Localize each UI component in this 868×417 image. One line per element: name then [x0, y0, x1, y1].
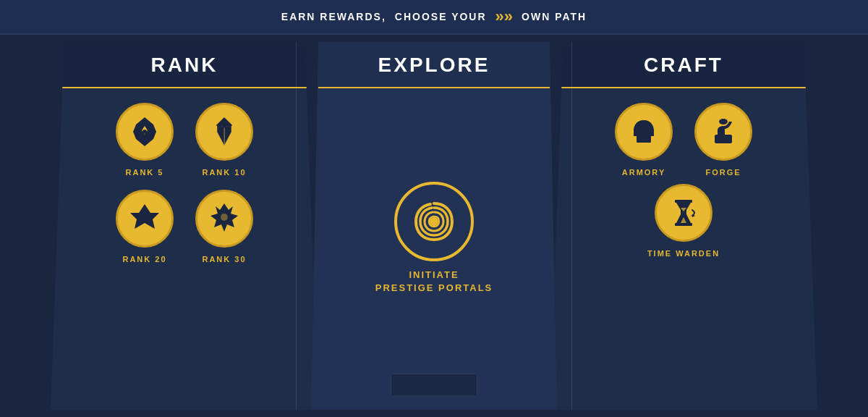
rank10-label: RANK 10: [202, 168, 246, 177]
craft-panel-header: CRAFT: [557, 42, 810, 88]
craft-content: ARMORY FORGE: [557, 103, 810, 258]
svg-rect-8: [638, 136, 650, 139]
svg-point-6: [221, 214, 228, 221]
rank-icon-grid: RANK 5 RANK 10: [101, 103, 268, 264]
forge-item[interactable]: FORGE: [694, 103, 752, 177]
rank30-circle: [195, 190, 253, 248]
prestige-portal-circle: [394, 182, 474, 261]
rank10-icon: [207, 114, 242, 149]
rank20-icon: [127, 201, 162, 236]
rank-panel: RANK RANK 5: [51, 42, 318, 410]
rank5-icon: [127, 114, 162, 149]
rank20-circle: [116, 190, 174, 248]
explore-panel-title: EXPLORE: [378, 54, 490, 76]
forge-label: FORGE: [705, 168, 741, 177]
svg-rect-9: [634, 130, 637, 136]
craft-row-1: ARMORY FORGE: [615, 103, 752, 177]
rank30-icon: [207, 201, 242, 236]
svg-rect-14: [675, 200, 692, 203]
rank30-item[interactable]: RANK 30: [195, 190, 253, 264]
craft-panel: CRAFT ARMORY: [550, 42, 817, 410]
svg-rect-12: [715, 135, 732, 143]
banner-text3: OWN PATH: [522, 11, 587, 22]
armory-circle: [615, 103, 673, 161]
main-content: RANK RANK 5: [0, 35, 868, 417]
armory-label: ARMORY: [622, 168, 665, 177]
armory-icon: [626, 114, 661, 149]
rank10-item[interactable]: RANK 10: [195, 103, 253, 177]
banner-text1: EARN REWARDS,: [281, 11, 386, 22]
prestige-portal-label: INITIATE PRESTIGE PORTALS: [375, 269, 493, 295]
svg-rect-10: [651, 130, 654, 136]
rank30-label: RANK 30: [202, 255, 246, 264]
rank-panel-title: RANK: [151, 54, 218, 76]
forge-circle: [694, 103, 752, 161]
prestige-portal-item[interactable]: INITIATE PRESTIGE PORTALS: [375, 182, 493, 295]
prestige-portal-icon: [409, 196, 459, 247]
rank5-circle: [116, 103, 174, 161]
rank20-item[interactable]: RANK 20: [116, 190, 174, 264]
explore-panel-header: EXPLORE: [318, 42, 550, 88]
explore-content: INITIATE PRESTIGE PORTALS: [375, 103, 493, 374]
armory-item[interactable]: ARMORY: [615, 103, 673, 177]
craft-panel-title: CRAFT: [644, 54, 723, 76]
rank5-label: RANK 5: [126, 168, 164, 177]
svg-rect-15: [675, 223, 692, 226]
svg-point-7: [431, 219, 437, 224]
forge-icon: [706, 114, 741, 149]
rank10-circle: [195, 103, 253, 161]
explore-panel: EXPLORE INITIATE PRESTIGE PORTALS: [311, 42, 557, 410]
rank5-item[interactable]: RANK 5: [116, 103, 174, 177]
rank20-label: RANK 20: [122, 255, 166, 264]
banner-arrows-icon: »»: [495, 7, 513, 26]
top-banner: EARN REWARDS, CHOOSE YOUR »» OWN PATH: [0, 0, 868, 35]
time-warden-item[interactable]: TIME WARDEN: [647, 184, 720, 258]
svg-rect-11: [637, 140, 651, 143]
time-warden-circle: [655, 184, 712, 242]
rank-panel-header: RANK: [58, 42, 311, 88]
banner-text2: CHOOSE YOUR: [395, 11, 487, 22]
time-warden-label: TIME WARDEN: [647, 249, 720, 258]
svg-point-3: [142, 130, 147, 134]
craft-row-2: TIME WARDEN: [647, 184, 720, 258]
svg-point-13: [719, 119, 728, 125]
explore-bottom-tab: [391, 374, 477, 395]
time-warden-icon: [666, 195, 701, 230]
